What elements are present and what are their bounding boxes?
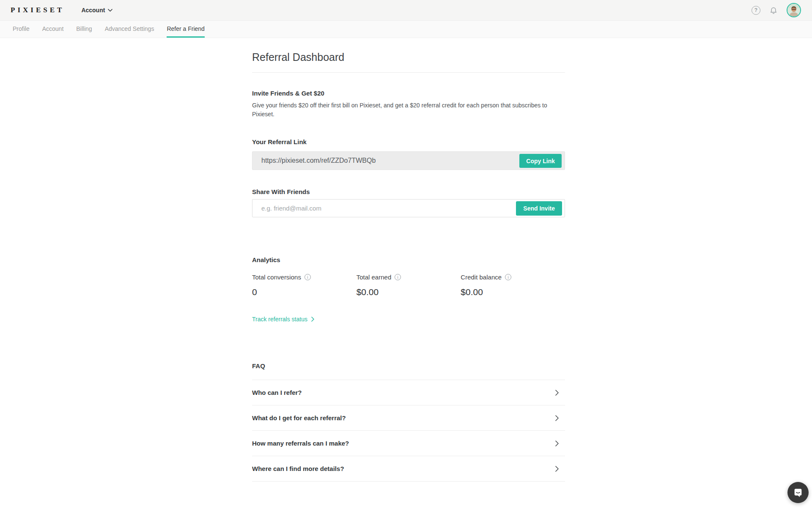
notifications-bell-icon[interactable] — [769, 6, 778, 15]
app-header: PIXIESET Account ? — [0, 0, 812, 21]
analytics-stats: Total conversions i 0 Total earned i $0.… — [252, 274, 565, 297]
invite-description: Give your friends $20 off their first bi… — [252, 101, 557, 119]
stat-label: Total conversions — [252, 274, 301, 281]
chevron-right-icon — [555, 390, 559, 396]
referral-link-heading: Your Referral Link — [252, 138, 565, 145]
user-avatar[interactable] — [787, 3, 801, 17]
share-input-wrap: Send Invite — [252, 199, 565, 217]
header-actions: ? — [752, 3, 801, 17]
tab-profile[interactable]: Profile — [13, 21, 30, 38]
faq-question: What do I get for each referral? — [252, 414, 346, 421]
account-menu-label: Account — [81, 7, 105, 14]
faq-row-what-do-i-get[interactable]: What do I get for each referral? — [252, 405, 565, 431]
faq-question: Who can I refer? — [252, 389, 302, 396]
faq-question: How many referrals can I make? — [252, 440, 349, 447]
chevron-right-icon — [555, 441, 559, 446]
info-icon[interactable]: i — [505, 274, 511, 280]
settings-tabbar: Profile Account Billing Advanced Setting… — [0, 21, 812, 38]
stat-total-earned: Total earned i $0.00 — [357, 274, 461, 297]
tab-account[interactable]: Account — [42, 21, 64, 38]
avatar-photo — [787, 4, 800, 16]
analytics-section: Analytics Total conversions i 0 Total ea… — [252, 256, 565, 323]
account-menu[interactable]: Account — [81, 7, 112, 14]
faq-section: FAQ Who can I refer? What do I get for e… — [252, 362, 565, 482]
chat-bubble-icon — [793, 487, 804, 498]
invite-heading: Invite Friends & Get $20 — [252, 90, 565, 97]
faq-question: Where can I find more details? — [252, 465, 344, 472]
pixieset-logo: PIXIESET — [11, 6, 64, 14]
help-icon[interactable]: ? — [752, 6, 760, 15]
faq-row-how-many-referrals[interactable]: How many referrals can I make? — [252, 431, 565, 456]
send-invite-button[interactable]: Send Invite — [516, 201, 562, 216]
tab-advanced-settings[interactable]: Advanced Settings — [105, 21, 154, 38]
title-divider — [252, 72, 565, 73]
stat-total-conversions: Total conversions i 0 — [252, 274, 357, 297]
info-icon[interactable]: i — [395, 274, 401, 280]
chevron-right-icon — [555, 415, 559, 421]
referral-dashboard-content: Referral Dashboard Invite Friends & Get … — [252, 38, 565, 482]
share-heading: Share With Friends — [252, 188, 565, 195]
chevron-right-icon — [311, 317, 314, 322]
analytics-heading: Analytics — [252, 256, 565, 263]
invite-section: Invite Friends & Get $20 Give your frien… — [252, 90, 565, 119]
faq-row-who-can-i-refer[interactable]: Who can I refer? — [252, 380, 565, 405]
chevron-down-icon — [108, 9, 112, 12]
track-referrals-label: Track referrals status — [252, 316, 307, 323]
share-section: Share With Friends Send Invite — [252, 188, 565, 217]
copy-link-button[interactable]: Copy Link — [519, 154, 562, 168]
referral-link-box: https://pixieset.com/ref/ZZDo7TWBQb Copy… — [252, 151, 565, 170]
stat-credit-balance: Credit balance i $0.00 — [461, 274, 565, 297]
stat-label: Credit balance — [461, 274, 502, 281]
chat-launcher-button[interactable] — [787, 482, 809, 503]
tab-refer-a-friend[interactable]: Refer a Friend — [167, 21, 204, 38]
track-referrals-link[interactable]: Track referrals status — [252, 316, 314, 323]
stat-value: $0.00 — [461, 287, 565, 297]
stat-value: 0 — [252, 287, 357, 297]
info-icon[interactable]: i — [304, 274, 311, 280]
stat-value: $0.00 — [357, 287, 461, 297]
page-title: Referral Dashboard — [252, 51, 565, 63]
faq-row-more-details[interactable]: Where can I find more details? — [252, 456, 565, 482]
chevron-right-icon — [555, 466, 559, 472]
tab-billing[interactable]: Billing — [76, 21, 92, 38]
stat-label: Total earned — [357, 274, 392, 281]
faq-heading: FAQ — [252, 362, 565, 369]
referral-link-section: Your Referral Link https://pixieset.com/… — [252, 138, 565, 170]
referral-link-url[interactable]: https://pixieset.com/ref/ZZDo7TWBQb — [261, 157, 376, 164]
